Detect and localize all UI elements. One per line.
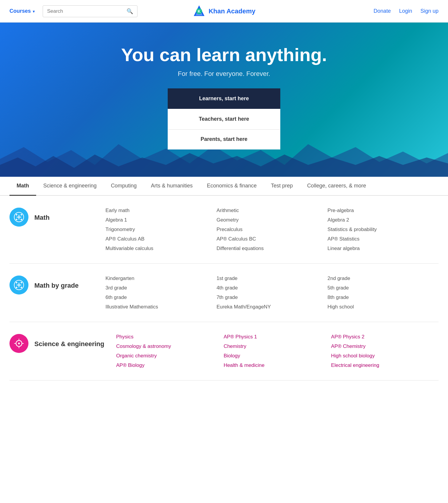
link-item[interactable]: AP® Physics 2 [331,334,439,340]
link-item[interactable]: Statistics & probability [327,227,439,233]
link-item[interactable]: Pre-algebra [327,208,439,214]
section-icon-math [9,208,28,227]
link-item[interactable]: 3rd grade [105,285,217,291]
nav-left: Courses ▼ 🔍 [9,5,137,17]
link-item[interactable]: Cosmology & astronomy [116,343,224,349]
section-header-science-engineering: Science & engineering [9,334,104,353]
link-item[interactable]: AP® Statistics [327,236,439,242]
search-input[interactable] [47,8,124,14]
section-links-math-by-grade: Kindergarten1st grade2nd grade3rd grade4… [105,276,439,310]
link-item[interactable]: Arithmetic [217,208,328,214]
hero-section: You can learn anything. For free. For ev… [0,23,448,177]
tab-science---engineering[interactable]: Science & engineering [36,177,104,196]
link-item[interactable]: 5th grade [327,285,439,291]
link-item[interactable]: Multivariable calculus [105,246,217,252]
link-item[interactable]: 1st grade [217,276,328,281]
link-item[interactable]: Organic chemistry [116,353,224,359]
svg-point-18 [16,287,17,288]
section-math: MathEarly mathArithmeticPre-algebraAlgeb… [9,196,439,264]
svg-point-9 [16,214,17,216]
search-bar: 🔍 [43,5,137,17]
section-links-science-engineering: PhysicsAP® Physics 1AP® Physics 2Cosmolo… [116,334,439,368]
hero-subtitle: For free. For everyone. Forever. [178,70,270,78]
svg-point-11 [16,219,17,220]
tab-math[interactable]: Math [9,177,36,196]
link-item[interactable]: Eureka Math/EngageNY [217,304,328,310]
login-link[interactable]: Login [399,8,412,14]
main-content: MathEarly mathArithmeticPre-algebraAlgeb… [0,196,448,381]
hero-buttons: Learners, start here Teachers, start her… [168,88,280,149]
link-item[interactable]: Electrical engineering [331,362,439,368]
khan-academy-logo-icon: K [193,5,206,18]
svg-point-21 [18,343,20,344]
link-item[interactable]: Algebra 2 [327,217,439,223]
tab-arts---humanities[interactable]: Arts & humanities [144,177,200,196]
link-item[interactable]: AP® Calculus AB [105,236,217,242]
tabs-bar: MathScience & engineeringComputingArts &… [0,177,448,196]
link-item[interactable]: Kindergarten [105,276,217,281]
link-item[interactable]: 2nd grade [327,276,439,281]
link-item[interactable]: 6th grade [105,295,217,300]
link-item[interactable]: Early math [105,208,217,214]
section-label-science-engineering: Science & engineering [34,339,104,348]
courses-button[interactable]: Courses ▼ [9,8,36,14]
svg-point-10 [21,214,22,216]
logo-text: Khan Academy [209,7,255,15]
courses-label: Courses [9,8,31,14]
link-item[interactable]: Physics [116,334,224,340]
section-label-math-by-grade: Math by grade [34,281,94,289]
link-item[interactable]: Illustrative Mathematics [105,304,217,310]
section-math-by-grade: Math by gradeKindergarten1st grade2nd gr… [9,264,439,322]
link-item[interactable]: High school biology [331,353,439,359]
link-item[interactable]: High school [327,304,439,310]
link-item[interactable]: Linear algebra [327,246,439,252]
tab-economics---finance[interactable]: Economics & finance [200,177,264,196]
section-header-math: Math [9,208,94,227]
link-item[interactable]: Chemistry [224,343,331,349]
tab-computing[interactable]: Computing [104,177,144,196]
link-item[interactable]: 4th grade [217,285,328,291]
link-item[interactable]: Geometry [217,217,328,223]
link-item[interactable]: AP® Physics 1 [224,334,331,340]
tab-test-prep[interactable]: Test prep [264,177,300,196]
link-item[interactable]: AP® Chemistry [331,343,439,349]
link-item[interactable]: 8th grade [327,295,439,300]
section-icon-science-engineering [9,334,28,353]
teachers-start-button[interactable]: Teachers, start here [168,109,280,129]
link-item[interactable]: Algebra 1 [105,217,217,223]
section-links-math: Early mathArithmeticPre-algebraAlgebra 1… [105,208,439,252]
section-icon-math-by-grade [9,276,28,295]
link-item[interactable]: Differential equations [217,246,328,252]
svg-point-12 [21,219,22,220]
learners-start-button[interactable]: Learners, start here [168,88,280,109]
link-item[interactable]: Trigonometry [105,227,217,233]
link-item[interactable]: AP® Biology [116,362,224,368]
svg-point-17 [21,282,22,284]
link-item[interactable]: 7th grade [217,295,328,300]
link-item[interactable]: AP® Calculus BC [217,236,328,242]
chevron-down-icon: ▼ [32,9,36,14]
section-science-engineering: Science & engineeringPhysicsAP® Physics … [9,322,439,381]
search-icon: 🔍 [127,8,133,15]
donate-link[interactable]: Donate [374,8,391,14]
nav-right: Donate Login Sign up [374,8,439,14]
nav-center: K Khan Academy [193,5,255,18]
tab-college--careers----more[interactable]: College, careers, & more [300,177,373,196]
section-label-math: Math [34,213,94,222]
svg-text:K: K [198,9,201,14]
link-item[interactable]: Health & medicine [224,362,331,368]
link-item[interactable]: Precalculus [217,227,328,233]
section-header-math-by-grade: Math by grade [9,276,94,295]
link-item[interactable]: Biology [224,353,331,359]
signup-link[interactable]: Sign up [420,8,439,14]
svg-point-16 [16,282,17,284]
hero-title: You can learn anything. [121,44,327,65]
navbar: Courses ▼ 🔍 K Khan Academy Donate Login … [0,0,448,23]
svg-point-19 [21,287,22,288]
parents-start-button[interactable]: Parents, start here [168,129,280,149]
